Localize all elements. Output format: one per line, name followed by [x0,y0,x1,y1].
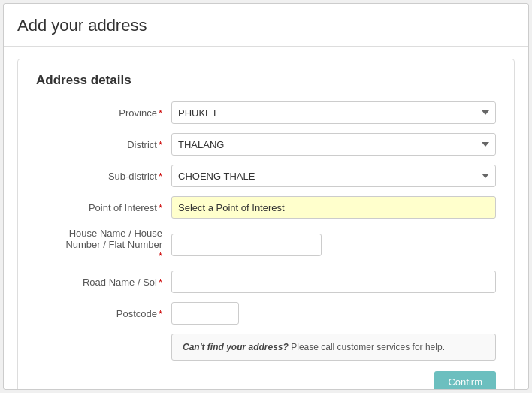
poi-row: Point of Interest* Select a Point of Int… [36,196,496,219]
province-row: Province* PHUKET [36,101,496,124]
poi-label: Point of Interest* [36,202,171,213]
subdistrict-label: Sub-district* [36,171,171,182]
province-select[interactable]: PHUKET [171,101,496,124]
card-title: Address details [36,73,496,88]
district-label: District* [36,139,171,150]
house-row: House Name / House Number / Flat Number* [36,228,496,261]
postcode-input[interactable] [171,302,239,325]
page-title: Add your address [4,4,528,47]
address-card: Address details Province* PHUKET Distric… [17,59,515,390]
district-row: District* THALANG [36,133,496,156]
subdistrict-select[interactable]: CHOENG THALE [171,165,496,187]
province-label: Province* [36,107,171,119]
button-row: Confirm [36,371,496,390]
poi-select[interactable]: Select a Point of Interest [171,196,496,219]
info-box: Can't find your address? Please call cus… [171,334,496,361]
road-input[interactable] [171,271,496,293]
postcode-row: Postcode* [36,302,496,325]
house-label: House Name / House Number / Flat Number* [36,228,171,261]
district-select[interactable]: THALANG [171,133,496,156]
page-wrapper: Add your address Address details Provinc… [3,3,529,390]
subdistrict-row: Sub-district* CHOENG THALE [36,165,496,187]
road-row: Road Name / Soi* [36,271,496,293]
info-text-plain: Please call customer services for help. [289,342,445,352]
house-input[interactable] [171,234,322,256]
postcode-label: Postcode* [36,308,171,319]
info-text-italic: Can't find your address? [183,342,289,352]
road-label: Road Name / Soi* [36,277,171,288]
confirm-button[interactable]: Confirm [434,371,496,390]
